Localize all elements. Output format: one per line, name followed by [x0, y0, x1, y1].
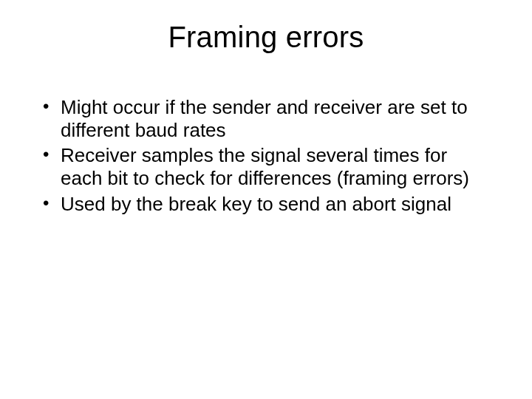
slide-body: Might occur if the sender and receiver a… [40, 96, 492, 218]
slide-title: Framing errors [0, 21, 532, 54]
list-item: Receiver samples the signal several time… [40, 144, 492, 189]
list-item: Might occur if the sender and receiver a… [40, 96, 492, 141]
list-item: Used by the break key to send an abort s… [40, 193, 492, 216]
slide: Framing errors Might occur if the sender… [0, 0, 532, 399]
bullet-list: Might occur if the sender and receiver a… [40, 96, 492, 215]
